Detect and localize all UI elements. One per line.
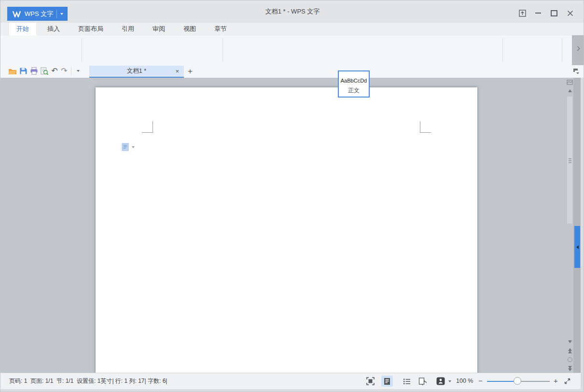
app-name: WPS 文字 <box>25 10 53 18</box>
quickbar-customize-button[interactable] <box>74 67 83 75</box>
fullscreen-view-icon <box>366 377 375 385</box>
ruler-toggle-button[interactable] <box>566 79 573 85</box>
window-controls <box>517 9 575 17</box>
new-tab-button[interactable]: + <box>188 65 193 77</box>
ruler-toggle-icon <box>567 80 573 85</box>
collapsed-panel-tab[interactable] <box>574 226 580 268</box>
divider <box>222 38 223 62</box>
redo-icon: ↷ <box>61 67 67 75</box>
previous-page-button[interactable] <box>566 347 573 354</box>
zoom-in-button[interactable]: + <box>554 373 558 389</box>
title-bar: WPS 文字 文档1 * - WPS 文字 <box>0 0 584 23</box>
outline-view-icon <box>403 378 411 385</box>
quick-access-bar: ↶ ↷ 文档1 * × + <box>0 65 584 78</box>
tab-references[interactable]: 引用 <box>114 23 141 35</box>
save-button[interactable] <box>19 67 28 75</box>
close-icon <box>567 10 573 16</box>
ribbon-tab-bar: 开始 插入 页面布局 引用 审阅 视图 章节 <box>0 23 584 35</box>
style-sample: AaBbCcDd <box>341 74 367 87</box>
divider <box>82 38 82 62</box>
assistant-icon <box>436 377 445 385</box>
zoom-slider-fill <box>487 381 514 382</box>
print-button[interactable] <box>29 67 38 75</box>
print-preview-icon <box>40 67 49 75</box>
next-page-button[interactable] <box>566 365 573 372</box>
scrollbar-thumb[interactable] <box>567 96 573 224</box>
double-triangle-up-icon <box>568 350 572 353</box>
status-info: 页码: 1 页面: 1/1 节: 1/1 设置值: 1英寸| 行: 1 列: 1… <box>9 373 167 389</box>
printer-icon <box>30 67 38 75</box>
save-icon <box>19 67 27 75</box>
zoom-slider-knob[interactable] <box>514 377 521 385</box>
maximize-icon <box>551 10 557 16</box>
open-button[interactable] <box>8 67 17 75</box>
document-tab-title: 文档1 * <box>127 67 146 75</box>
toolbar-options-icon <box>573 68 580 74</box>
undo-icon: ↶ <box>51 67 57 75</box>
scroll-down-button[interactable] <box>566 339 573 345</box>
panel-expand-arrow-icon <box>576 245 579 249</box>
collapse-ribbon-icon <box>519 10 526 17</box>
window-title: 文档1 * - WPS 文字 <box>0 0 584 23</box>
assistant-caret-icon[interactable] <box>448 380 451 382</box>
collapse-ribbon-button[interactable] <box>517 9 527 17</box>
wps-logo-icon <box>12 11 21 17</box>
outline-view-button[interactable] <box>401 376 413 387</box>
select-browse-object-button[interactable] <box>566 357 573 363</box>
ribbon: 粘贴 剪切 复制 <box>0 35 584 66</box>
expand-arrows-icon <box>564 378 571 385</box>
window-right-edge <box>581 78 584 389</box>
fit-window-view-icon <box>418 378 427 385</box>
divider <box>71 67 71 75</box>
print-preview-button[interactable] <box>40 67 49 75</box>
status-bar: 页码: 1 页面: 1/1 节: 1/1 设置值: 1英寸| 行: 1 列: 1… <box>0 373 584 389</box>
paragraph-layout-icon <box>122 143 129 151</box>
document-area <box>0 78 584 373</box>
window-bottom-edge <box>0 389 584 392</box>
tab-insert[interactable]: 插入 <box>40 23 67 35</box>
fit-window-view-button[interactable] <box>417 376 428 387</box>
chevron-down-icon <box>77 70 80 72</box>
redo-button[interactable]: ↷ <box>60 67 69 75</box>
app-menu-caret-icon <box>60 13 63 15</box>
tab-page-layout[interactable]: 页面布局 <box>71 23 111 35</box>
style-normal[interactable]: AaBbCcDd 正文 <box>339 71 369 97</box>
divider <box>502 38 503 62</box>
close-button[interactable] <box>565 9 575 17</box>
paragraph-layout-caret-icon[interactable] <box>132 146 135 148</box>
paragraph-layout-button[interactable] <box>122 143 129 153</box>
tab-view[interactable]: 视图 <box>176 23 203 35</box>
fullscreen-view-button[interactable] <box>364 376 376 387</box>
triangle-down-icon <box>568 340 572 343</box>
wps-writer-window: WPS 文字 文档1 * - WPS 文字 开始 插入 页面布局 <box>0 0 584 392</box>
app-menu-button[interactable]: WPS 文字 <box>7 7 68 21</box>
toolbar-options-button[interactable] <box>572 67 581 75</box>
ribbon-overflow-strip <box>572 35 584 65</box>
zoom-level: 100 % <box>456 373 473 389</box>
assistant-button[interactable] <box>435 376 446 387</box>
divider <box>562 38 562 62</box>
style-label: 正文 <box>348 87 360 94</box>
zoom-out-button[interactable]: − <box>478 373 483 389</box>
undo-button[interactable]: ↶ <box>50 67 59 75</box>
tab-section[interactable]: 章节 <box>207 23 234 35</box>
document-tab[interactable]: 文档1 * × <box>89 66 184 78</box>
divider <box>56 10 57 18</box>
scrollbar-grip <box>569 158 571 159</box>
circle-icon <box>568 357 572 362</box>
margin-corner-top-right <box>420 121 431 133</box>
minimize-icon <box>535 13 541 14</box>
page-view-icon <box>384 378 390 385</box>
tab-home[interactable]: 开始 <box>9 23 36 35</box>
fit-page-zoom-button[interactable] <box>561 376 573 387</box>
maximize-button[interactable] <box>549 9 559 17</box>
minimize-button[interactable] <box>533 9 543 17</box>
tab-close-icon[interactable]: × <box>175 68 179 75</box>
margin-corner-top-left <box>142 121 153 133</box>
page-view-button[interactable] <box>381 376 393 387</box>
scroll-up-button[interactable] <box>566 88 573 94</box>
triangle-up-icon <box>568 89 572 92</box>
tab-review[interactable]: 审阅 <box>145 23 172 35</box>
ribbon-overflow-chevron[interactable] <box>575 46 580 51</box>
open-folder-icon <box>8 68 17 75</box>
